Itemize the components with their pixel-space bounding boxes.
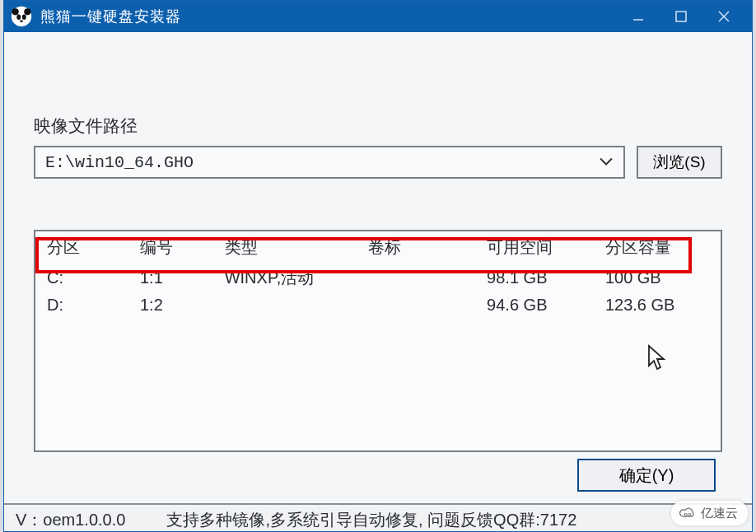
partition-table[interactable]: 分区 编号 类型 卷标 可用空间 分区容量 C: 1:1 WINXP,活动 9 (34, 230, 722, 452)
table-row[interactable]: D: 1:2 94.6 GB 123.6 GB (35, 292, 721, 318)
svg-point-1 (12, 8, 19, 15)
cell-partition: C: (35, 264, 128, 292)
cell-total: 123.6 GB (594, 292, 721, 318)
cell-free: 98.1 GB (475, 264, 594, 292)
cell-free: 94.6 GB (475, 292, 594, 318)
browse-button-label: 浏览(S) (653, 152, 705, 173)
col-volume: 卷标 (357, 231, 475, 264)
svg-point-3 (16, 15, 21, 21)
image-path-combobox[interactable]: E:\win10_64.GHO (34, 146, 625, 179)
status-bar: V：oem1.0.0.0 支持多种镜像,多系统引导自动修复, 问题反馈QQ群:7… (4, 503, 752, 531)
col-total: 分区容量 (594, 231, 721, 264)
svg-rect-7 (676, 12, 686, 21)
ok-button[interactable]: 确定(Y) (577, 459, 716, 492)
cell-total: 100 GB (594, 264, 721, 292)
svg-point-2 (24, 8, 30, 15)
svg-point-5 (20, 20, 23, 21)
window-title: 熊猫一键硬盘安装器 (40, 7, 617, 26)
browse-button[interactable]: 浏览(S) (637, 146, 722, 179)
watermark: 亿速云 (671, 501, 748, 525)
table-row[interactable]: C: 1:1 WINXP,活动 98.1 GB 100 GB (35, 264, 721, 292)
ok-button-label: 确定(Y) (619, 464, 674, 487)
cell-partition: D: (35, 292, 128, 318)
footer-info: 支持多种镜像,多系统引导自动修复, 问题反馈QQ群:7172 (166, 509, 576, 531)
svg-point-11 (688, 514, 691, 516)
svg-point-4 (22, 15, 26, 21)
col-number: 编号 (128, 231, 213, 264)
watermark-text: 亿速云 (701, 506, 738, 521)
cloud-icon (678, 504, 696, 522)
version-text: V：oem1.0.0.0 (16, 509, 125, 531)
image-path-label: 映像文件路径 (34, 114, 722, 138)
image-path-row: E:\win10_64.GHO 浏览(S) (34, 146, 722, 179)
close-button[interactable] (702, 1, 745, 32)
svg-point-10 (684, 514, 687, 516)
cell-type (213, 292, 357, 318)
cell-number: 1:2 (128, 292, 213, 318)
cell-volume (357, 292, 475, 318)
col-free: 可用空间 (475, 231, 594, 264)
app-logo-icon (11, 6, 32, 27)
cell-type: WINXP,活动 (213, 264, 357, 292)
chevron-down-icon (599, 153, 614, 172)
image-path-value: E:\win10_64.GHO (45, 153, 194, 172)
col-type: 类型 (213, 231, 357, 264)
col-partition: 分区 (35, 231, 128, 264)
maximize-button[interactable] (660, 1, 702, 32)
app-window: 熊猫一键硬盘安装器 映像文件路径 E:\win10_64.GHO 浏览(S) (3, 0, 753, 532)
cell-volume (357, 264, 475, 292)
table-header-row: 分区 编号 类型 卷标 可用空间 分区容量 (35, 231, 721, 264)
minimize-button[interactable] (617, 1, 660, 32)
content-area: 映像文件路径 E:\win10_64.GHO 浏览(S) 分区 编号 类型 (4, 114, 752, 452)
titlebar: 熊猫一键硬盘安装器 (4, 1, 752, 32)
cell-number: 1:1 (128, 264, 213, 292)
